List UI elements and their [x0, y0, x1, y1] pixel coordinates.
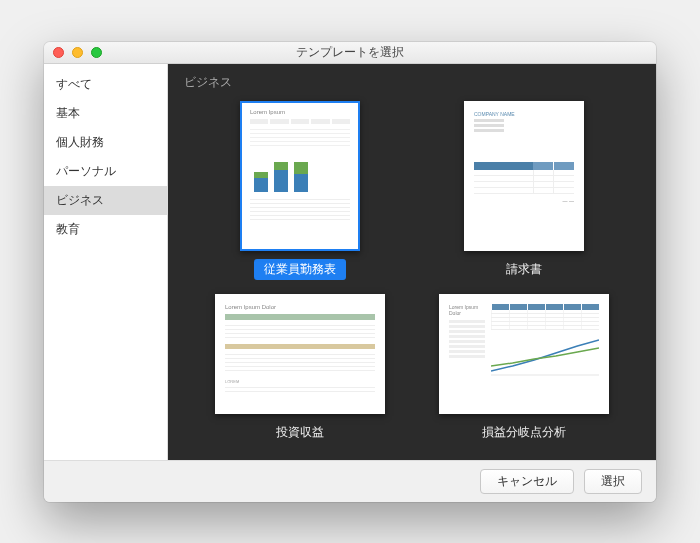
section-header: ビジネス: [168, 64, 656, 95]
template-chooser-window: テンプレートを選択 すべて 基本 個人財務 パーソナル ビジネス 教育 ビジネス…: [44, 42, 656, 502]
template-label: 損益分岐点分析: [472, 422, 576, 443]
sidebar-item-personal[interactable]: パーソナル: [44, 157, 167, 186]
template-label: 従業員勤務表: [254, 259, 346, 280]
template-thumbnail: Lorem Ipsum Dolor: [439, 294, 609, 414]
sidebar-item-business[interactable]: ビジネス: [44, 186, 167, 215]
cancel-button[interactable]: キャンセル: [480, 469, 574, 494]
window-body: すべて 基本 個人財務 パーソナル ビジネス 教育 ビジネス Lorem Ips…: [44, 64, 656, 460]
template-thumbnail: Lorem Ipsum: [240, 101, 360, 251]
sidebar: すべて 基本 個人財務 パーソナル ビジネス 教育: [44, 64, 168, 460]
sidebar-item-personal-finance[interactable]: 個人財務: [44, 128, 167, 157]
minimize-icon[interactable]: [72, 47, 83, 58]
close-icon[interactable]: [53, 47, 64, 58]
template-label: 請求書: [496, 259, 552, 280]
template-break-even[interactable]: Lorem Ipsum Dolor: [422, 294, 626, 443]
traffic-lights: [44, 47, 102, 58]
template-thumbnail: Lorem Ipsum Dolor LOREM: [215, 294, 385, 414]
template-grid: Lorem Ipsum 従業員勤務表 COMPANY: [168, 95, 656, 460]
sidebar-item-all[interactable]: すべて: [44, 70, 167, 99]
sidebar-item-basic[interactable]: 基本: [44, 99, 167, 128]
zoom-icon[interactable]: [91, 47, 102, 58]
template-invoice[interactable]: COMPANY NAME — — 請求書: [422, 101, 626, 280]
template-roi[interactable]: Lorem Ipsum Dolor LOREM 投資収益: [198, 294, 402, 443]
choose-button[interactable]: 選択: [584, 469, 642, 494]
template-employee-schedule[interactable]: Lorem Ipsum 従業員勤務表: [198, 101, 402, 280]
template-gallery: ビジネス Lorem Ipsum 従業員勤務表: [168, 64, 656, 460]
titlebar: テンプレートを選択: [44, 42, 656, 64]
window-title: テンプレートを選択: [44, 44, 656, 61]
template-label: 投資収益: [266, 422, 334, 443]
footer: キャンセル 選択: [44, 460, 656, 502]
template-thumbnail: COMPANY NAME — —: [464, 101, 584, 251]
sidebar-item-education[interactable]: 教育: [44, 215, 167, 244]
